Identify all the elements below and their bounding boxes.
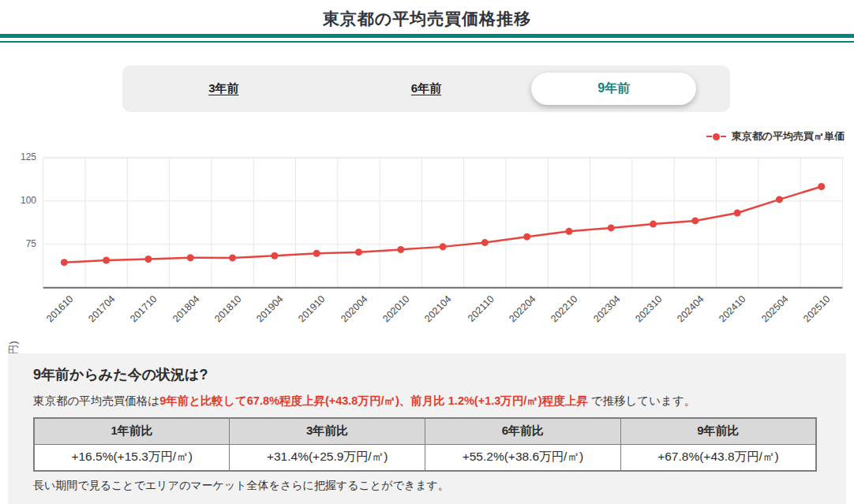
data-point[interactable]	[734, 210, 741, 217]
data-point[interactable]	[608, 224, 615, 231]
y-tick-label: 125	[0, 151, 36, 162]
data-point[interactable]	[650, 221, 657, 228]
page-header: 東京都の平均売買価格推移	[0, 0, 854, 43]
data-point[interactable]	[144, 256, 152, 263]
chart-legend[interactable]: 東京都の平均売買㎡単価	[706, 129, 845, 144]
value-9year: +67.8%(+43.8万円/㎡)	[620, 444, 816, 471]
data-point[interactable]	[271, 252, 278, 259]
summary-panel: 9年前からみた今の状況は? 東京都の平均売買価格は9年前と比較して67.8%程度…	[8, 353, 846, 504]
price-trend-chart: 1㎡単価(万円) 75100125 2016102017042017102018…	[0, 148, 854, 347]
data-point[interactable]	[397, 246, 404, 253]
col-header-3year: 3年前比	[230, 418, 425, 444]
legend-label: 東京都の平均売買㎡単価	[732, 129, 845, 144]
data-point[interactable]	[61, 259, 68, 266]
gridlines	[43, 158, 843, 288]
summary-tail: で推移しています。	[588, 394, 696, 407]
col-header-1year: 1年前比	[34, 418, 230, 444]
data-point[interactable]	[523, 233, 530, 241]
line-series-marker-icon	[706, 133, 726, 140]
comparison-table-header-row: 1年前比 3年前比 6年前比 9年前比	[34, 418, 816, 444]
data-point[interactable]	[691, 217, 699, 224]
page-title: 東京都の平均売買価格推移	[0, 7, 854, 31]
summary-highlight: 9年前と比較して67.8%程度上昇(+43.8万円/㎡)、前月比 1.2%(+1…	[159, 394, 587, 407]
data-point[interactable]	[187, 254, 194, 261]
tab-3-years[interactable]: 3年前	[122, 65, 325, 112]
col-header-9year: 9年前比	[620, 418, 816, 444]
col-header-6year: 6年前比	[425, 418, 621, 444]
y-tick-label: 100	[0, 195, 36, 206]
data-point[interactable]	[440, 243, 447, 250]
period-tabbar: 3年前 6年前 9年前	[122, 65, 730, 112]
tab-9-years-selected[interactable]: 9年前	[531, 73, 696, 105]
price-line	[64, 186, 821, 262]
data-point[interactable]	[355, 248, 362, 256]
tab-6-years-label: 6年前	[411, 81, 441, 96]
data-point[interactable]	[313, 250, 320, 257]
y-tick-label: 75	[0, 238, 36, 249]
tab-9-years-wrap: 9年前	[527, 65, 730, 112]
comparison-table: 1年前比 3年前比 6年前比 9年前比 +16.5%(+15.3万円/㎡) +3…	[33, 417, 817, 472]
value-6year: +55.2%(+38.6万円/㎡)	[425, 444, 621, 471]
tab-6-years[interactable]: 6年前	[325, 65, 528, 112]
title-divider	[0, 34, 854, 43]
summary-text: 東京都の平均売買価格は9年前と比較して67.8%程度上昇(+43.8万円/㎡)、…	[33, 393, 821, 409]
data-point[interactable]	[481, 239, 489, 246]
value-1year: +16.5%(+15.3万円/㎡)	[34, 444, 230, 471]
summary-lead: 東京都の平均売買価格は	[33, 394, 159, 407]
data-point[interactable]	[103, 257, 110, 264]
data-point[interactable]	[229, 254, 236, 261]
value-3year: +31.4%(+25.9万円/㎡)	[230, 444, 425, 471]
comparison-table-value-row: +16.5%(+15.3万円/㎡) +31.4%(+25.9万円/㎡) +55.…	[34, 444, 816, 471]
summary-footnote: 長い期間で見ることでエリアのマーケット全体をさらに把握することができます。	[33, 479, 821, 493]
tab-3-years-label: 3年前	[208, 81, 238, 96]
data-point[interactable]	[565, 228, 572, 235]
summary-heading: 9年前からみた今の状況は?	[33, 364, 821, 385]
data-point[interactable]	[776, 196, 783, 203]
data-point[interactable]	[818, 183, 825, 190]
